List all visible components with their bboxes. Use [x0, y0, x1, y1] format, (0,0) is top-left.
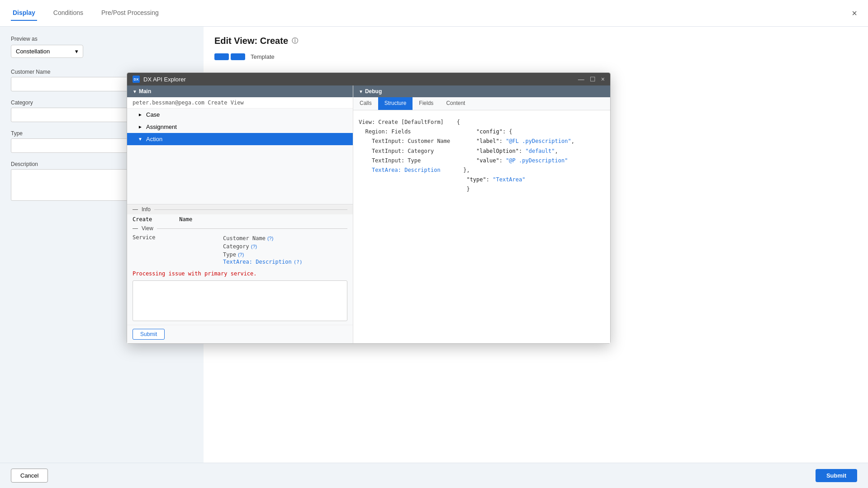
maximize-button[interactable]: ☐	[590, 76, 596, 83]
question-icon-description[interactable]: (?)	[294, 259, 303, 265]
field-name-type: Type	[223, 251, 236, 258]
assignment-arrow-icon: ►	[138, 124, 143, 129]
submit-area: Submit	[127, 325, 353, 343]
bg-footer: Cancel Submit	[0, 463, 868, 488]
minimize-button[interactable]: —	[578, 76, 584, 83]
field-name-description: TextArea: Description	[223, 259, 292, 265]
struct-line-1: View: Create [DefaultForm] {	[359, 118, 605, 127]
main-pane-header: ▼ Main	[127, 85, 353, 97]
dx-api-explorer-modal: DX DX API Explorer — ☐ × ▼ Main peter.be…	[127, 72, 611, 344]
struct-line-5: TextInput: Type "value": "@P .pyDescript…	[359, 156, 605, 166]
breadcrumb: peter.bessman@pega.com Create View	[127, 97, 353, 109]
modal-close-button[interactable]: ×	[601, 76, 605, 83]
modal-body: ▼ Main peter.bessman@pega.com Create Vie…	[127, 85, 610, 343]
tab-conditions[interactable]: Conditions	[52, 5, 85, 21]
textarea-description-link[interactable]: TextArea: Description	[372, 167, 441, 173]
service-left: Service	[127, 232, 218, 267]
debug-tabs: Calls Structure Fields Content	[353, 97, 610, 110]
preview-label: Preview as	[11, 36, 193, 42]
info-label: Info	[142, 206, 151, 213]
tab-calls[interactable]: Calls	[353, 97, 378, 110]
question-icon-category[interactable]: (?)	[251, 244, 257, 249]
preview-value: Constellation	[16, 48, 50, 55]
action-arrow-icon: ▼	[138, 137, 143, 142]
struct-line-2: Region: Fields "config": {	[359, 127, 605, 137]
tab-fields[interactable]: Fields	[413, 97, 440, 110]
main-arrow-icon: ▼	[133, 89, 137, 94]
debug-content-area: View: Create [DefaultForm] { Region: Fie…	[353, 110, 610, 343]
template-tab-1[interactable]	[214, 53, 229, 60]
template-label: Template	[251, 53, 275, 60]
question-icon-customername[interactable]: (?)	[267, 236, 273, 241]
field-name-category: Category	[223, 243, 249, 250]
main-pane-label: Main	[139, 88, 151, 95]
modal-right-pane: ▼ Debug Calls Structure Fields Content V…	[353, 85, 610, 343]
processing-issue-text: Processing issue with primary service.	[127, 270, 353, 277]
field-row-category: Category (?)	[223, 242, 347, 251]
name-label: Name	[179, 216, 192, 223]
modal-icon: DX	[133, 76, 140, 83]
view-line	[157, 228, 347, 229]
struct-line-7: "type": "TextArea"	[359, 175, 605, 185]
structure-tree: View: Create [DefaultForm] { Region: Fie…	[359, 115, 605, 197]
info-header: — Info	[127, 204, 353, 214]
modal-left-pane: ▼ Main peter.bessman@pega.com Create Vie…	[127, 85, 353, 343]
info-line	[154, 209, 347, 210]
view-label: View	[142, 225, 153, 232]
field-name-customername: Customer Name	[223, 235, 266, 242]
tab-content[interactable]: Content	[440, 97, 471, 110]
tab-structure[interactable]: Structure	[378, 97, 413, 110]
tree-item-case[interactable]: ► Case	[127, 109, 353, 121]
bg-header: Display Conditions Pre/Post Processing ×	[0, 0, 868, 27]
case-arrow-icon: ►	[138, 112, 143, 117]
tree-items: ► Case ► Assignment ▼ Action	[127, 109, 353, 204]
question-icon-type[interactable]: (?)	[238, 252, 244, 257]
info-section: — Info Create Name — View	[127, 204, 353, 325]
modal-titlebar: DX DX API Explorer — ☐ ×	[127, 73, 610, 85]
modal-submit-button[interactable]: Submit	[133, 329, 165, 340]
edit-view-title: Edit View: Create ⓘ	[214, 36, 857, 46]
view-header: — View	[127, 224, 353, 232]
template-tabs: Template	[214, 53, 857, 60]
service-label: Service	[133, 234, 212, 241]
info-icon: ⓘ	[292, 37, 298, 45]
tree-item-assignment[interactable]: ► Assignment	[127, 121, 353, 133]
bg-close-button[interactable]: ×	[852, 8, 857, 19]
fields-area: Customer Name (?) Category (?) Type (?)	[218, 232, 353, 267]
cancel-button[interactable]: Cancel	[11, 469, 48, 483]
debug-pane-label: Debug	[365, 88, 382, 95]
assignment-label: Assignment	[146, 123, 177, 130]
field-row-type: Type (?)	[223, 251, 347, 259]
info-dash-left: —	[133, 206, 138, 213]
template-tab-2[interactable]	[231, 53, 245, 60]
create-label: Create	[133, 216, 152, 223]
preview-select[interactable]: Constellation ▾	[11, 45, 83, 58]
chevron-down-icon: ▾	[75, 48, 78, 55]
tree-item-action[interactable]: ▼ Action	[127, 133, 353, 145]
submit-main-button[interactable]: Submit	[816, 469, 857, 482]
tab-prepost[interactable]: Pre/Post Processing	[100, 5, 161, 21]
debug-pane-header: ▼ Debug	[353, 85, 610, 97]
tab-display[interactable]: Display	[11, 5, 37, 21]
field-row-customername: Customer Name (?)	[223, 234, 347, 242]
textarea-preview[interactable]	[133, 280, 347, 321]
action-label: Action	[146, 136, 162, 142]
debug-arrow-icon: ▼	[359, 89, 363, 94]
create-name-row: Create Name	[127, 214, 353, 224]
modal-title: DX API Explorer	[143, 76, 574, 83]
case-label: Case	[146, 111, 160, 118]
service-area: Service Customer Name (?) Category (?) T…	[127, 232, 353, 267]
struct-line-3: TextInput: Customer Name "label": "@FL .…	[359, 137, 605, 146]
struct-line-6: TextArea: Description },	[359, 166, 605, 175]
view-dash: —	[133, 225, 138, 232]
modal-window-buttons: — ☐ ×	[578, 76, 605, 83]
field-row-description: TextArea: Description (?)	[223, 259, 347, 265]
struct-line-4: TextInput: Category "labelOption": "defa…	[359, 147, 605, 156]
struct-line-8: }	[359, 185, 605, 194]
